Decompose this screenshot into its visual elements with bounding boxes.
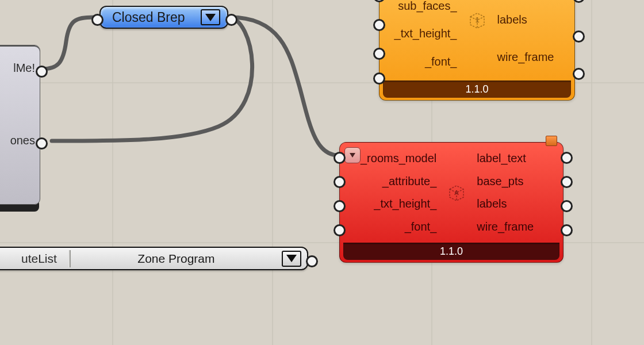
input-grip[interactable] xyxy=(334,176,346,188)
selector-name: uteList xyxy=(0,252,68,266)
wire xyxy=(52,18,252,141)
input-label: sub_faces_ xyxy=(398,0,457,13)
closed-brep-param[interactable]: Closed Brep xyxy=(99,6,228,29)
output-label: lMe! xyxy=(13,62,35,75)
wire xyxy=(42,17,94,69)
output-grip[interactable] xyxy=(573,68,585,80)
wire xyxy=(230,17,338,155)
output-label: labels xyxy=(477,197,507,210)
input-grip[interactable] xyxy=(373,19,385,31)
output-grip[interactable] xyxy=(36,137,48,150)
red-component[interactable]: _rooms_model _attribute_ _txt_height_ _f… xyxy=(339,142,564,263)
input-grip[interactable] xyxy=(373,72,385,85)
output-grip[interactable] xyxy=(225,14,237,26)
output-label: ones xyxy=(10,134,35,147)
input-label: _rooms_model xyxy=(346,152,436,165)
output-grip[interactable] xyxy=(561,176,573,188)
output-label: wire_frame xyxy=(477,220,534,233)
output-label: base_pts xyxy=(477,175,523,188)
param-label: Closed Brep xyxy=(112,10,185,25)
output-label: labels xyxy=(497,13,527,26)
chevron-down-icon[interactable] xyxy=(201,9,220,25)
component-icon: 1 xyxy=(463,0,492,76)
selector-value: Zone Program xyxy=(71,252,282,266)
input-label: _attribute_ xyxy=(382,175,437,188)
input-label: _font_ xyxy=(405,220,437,233)
version-label: 1.1.0 xyxy=(343,243,559,260)
input-label: _txt_height_ xyxy=(374,197,436,210)
input-label: _font_ xyxy=(425,55,457,68)
value-list-selector[interactable]: uteList Zone Program xyxy=(0,247,308,270)
input-grip[interactable] xyxy=(373,48,385,60)
output-grip[interactable] xyxy=(561,224,573,236)
input-grip[interactable] xyxy=(91,14,103,26)
output-grip[interactable] xyxy=(573,30,585,43)
output-label: label_text xyxy=(477,152,526,165)
svg-text:1: 1 xyxy=(475,16,479,24)
chevron-down-icon[interactable] xyxy=(282,251,301,267)
input-grip[interactable] xyxy=(334,152,346,164)
left-component[interactable]: lMe! ones xyxy=(0,45,40,205)
input-grip[interactable] xyxy=(334,200,346,212)
component-icon: A xyxy=(442,147,471,238)
svg-text:A: A xyxy=(454,189,459,196)
output-grip[interactable] xyxy=(561,152,573,164)
input-grip[interactable] xyxy=(334,224,346,236)
version-label: 1.1.0 xyxy=(383,80,571,98)
output-grip[interactable] xyxy=(561,200,573,212)
output-grip[interactable] xyxy=(306,255,318,267)
orange-component[interactable]: _attribute_ sub_faces_ _txt_height_ _fon… xyxy=(379,0,575,101)
output-grip[interactable] xyxy=(36,66,48,78)
output-label: wire_frame xyxy=(497,51,554,64)
input-label: _txt_height_ xyxy=(394,27,457,40)
